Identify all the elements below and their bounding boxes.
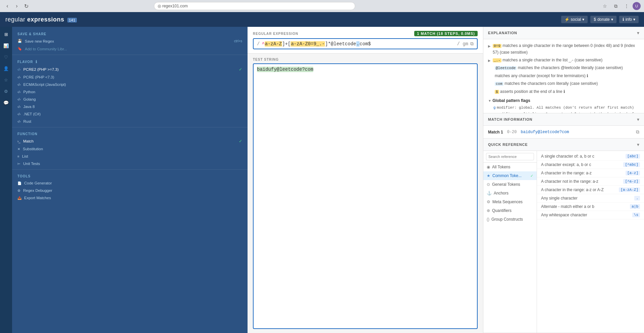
exp-token-3: @leetcode [495, 66, 517, 70]
reload-button[interactable]: ↻ [22, 2, 30, 10]
qr-token-4[interactable]: A character not in the range: a-z [^a-z] [537, 177, 644, 186]
extensions-button[interactable]: ⧉ [611, 1, 621, 11]
flavor-ecma-icon: ‹/› [17, 83, 20, 87]
exp-item-6: $ asserts position at the end of a line … [488, 88, 639, 96]
sidebar-icon-heart[interactable]: ♡ [1, 52, 11, 62]
bookmark-button[interactable]: ☆ [600, 1, 610, 11]
flavor-rust-icon: ‹/› [17, 120, 20, 123]
flavor-dotnet[interactable]: ‹/› .NET (C#) [12, 110, 248, 118]
flavor-pcre2[interactable]: ‹/› PCRE2 (PHP >=7.3) ✓ [12, 65, 248, 73]
info-button[interactable]: ℹ info ▾ [619, 16, 639, 23]
social-button[interactable]: ⚡ social ▾ [561, 16, 588, 23]
qr-token-5[interactable]: A character in the range: a-z or A-Z [a-… [537, 186, 644, 194]
explanation-header[interactable]: EXPLANATION ▾ [483, 27, 644, 39]
exp-item-1: ▶ 0=9 matches a single character in the … [488, 42, 639, 56]
sidebar-icon-chat[interactable]: 💬 [1, 98, 11, 107]
qr-token-8[interactable]: Any whitespace character \s [537, 211, 644, 219]
quick-ref-toggle-icon: ▾ [637, 142, 639, 147]
tool-export[interactable]: 📤 Export Matches [12, 194, 248, 202]
sidebar-icon-chart[interactable]: 📊 [1, 41, 11, 50]
qr-token-1[interactable]: A single character of: a, b or c [abc] [537, 152, 644, 161]
test-string-input[interactable]: baidufy@leetcode?com [253, 63, 478, 329]
flavor-pcre[interactable]: ‹/› PCRE (PHP <7.3) [12, 73, 248, 81]
exp-arrow-1[interactable]: ▶ [488, 44, 491, 49]
url-bar[interactable]: ◎ regex101.com [154, 2, 355, 10]
unit-tests-icon: ⊢ [17, 162, 20, 166]
browser-actions: ☆ ⧉ ⋮ U [600, 1, 641, 11]
all-tokens-icon: ◉ [487, 165, 490, 169]
qr-categories: ◉ All Tokens ★ Common Toke... ✓ ⊙ Genera… [483, 151, 537, 333]
flavor-title: FLAVOR ℹ [17, 60, 242, 64]
copy-regex-button[interactable]: ⧉ [470, 41, 474, 47]
donate-button[interactable]: $ donate ▾ [590, 16, 616, 23]
qr-cat-general[interactable]: ⊙ General Tokens [483, 180, 537, 189]
qr-cat-quantifiers[interactable]: ⊕ Quantifiers [483, 206, 537, 215]
match-range: 0-20 [507, 130, 517, 134]
sidebar-icon-code[interactable]: ⊞ [1, 30, 11, 39]
qr-token-6[interactable]: Any single character . [537, 194, 644, 203]
tool-code-gen[interactable]: 📄 Code Generator [12, 179, 248, 187]
exp-section-flags: ▼ Global pattern flags [488, 98, 639, 104]
exp-flag-g: g modifier: global. All matches (don't r… [488, 104, 639, 111]
exp-flags-arrow[interactable]: ▼ [488, 99, 491, 103]
flavor-java-icon: ‹/› [17, 105, 20, 109]
qr-cat-anchors[interactable]: ⚓ Anchors [483, 189, 537, 198]
favicon-icon: ◎ [158, 4, 161, 8]
main-layout: ⊞ 📊 ♡ 👤 ☆ ⚙ 💬 SAVE & SHARE 💾 Save new Re… [0, 27, 644, 333]
function-match-check: ✓ [239, 139, 242, 144]
match-info-header[interactable]: MATCH INFORMATION ▾ [483, 113, 644, 126]
regex-flags: / gm [457, 41, 468, 47]
function-match[interactable]: ›_ Match ✓ [12, 137, 248, 145]
add-library-item[interactable]: 🔖 Add to Community Libr... [12, 45, 248, 53]
exp-token-2: _.- [493, 58, 501, 62]
flavor-pcre2-check: ✓ [239, 67, 242, 72]
function-list[interactable]: ≡ List [12, 153, 248, 160]
tool-debugger[interactable]: ⚙ Regex Debugger [12, 187, 248, 194]
delimiter-start: / [257, 41, 260, 47]
flavor-info-icon[interactable]: ℹ [36, 60, 37, 64]
sidebar-icon-star[interactable]: ☆ [1, 75, 11, 85]
flavor-rust[interactable]: ‹/› Rust [12, 118, 248, 125]
regex-input-container[interactable]: / ^a-zA-Z]+[a-zA-Z0=9_.-]*@leetcode.com$… [253, 38, 478, 49]
dollar-icon: $ [594, 17, 596, 22]
qr-cat-groups[interactable]: () Group Constructs [483, 215, 537, 224]
logo-expressions: expressions [27, 16, 64, 23]
sub-icon: ✕ [17, 147, 20, 151]
match-copy-button[interactable]: ⧉ [636, 129, 639, 135]
match-info-section: MATCH INFORMATION ▾ Match 1 0-20 baidufy… [483, 113, 644, 138]
social-icon: ⚡ [565, 17, 570, 22]
flavor-code-icon: ‹/› [17, 68, 20, 71]
tools-title: TOOLS [17, 174, 242, 178]
meta-sequences-icon: ⚙ [487, 200, 490, 204]
save-share-title: SAVE & SHARE [17, 32, 242, 36]
match-highlight: baidufy@leetcode?com [257, 67, 313, 72]
function-substitution[interactable]: ✕ Substitution [12, 145, 248, 153]
back-button[interactable]: ‹ [3, 2, 11, 10]
qr-search-input[interactable] [486, 153, 534, 160]
sidebar-icon-settings[interactable]: ⚙ [1, 87, 11, 96]
menu-button[interactable]: ⋮ [622, 1, 631, 11]
divider-3 [12, 169, 248, 170]
exp-arrow-2[interactable]: ▶ [488, 58, 491, 63]
qr-token-2[interactable]: A character except: a, b or c [^abc] [537, 161, 644, 169]
match-info-toggle-icon: ▾ [637, 117, 639, 122]
flavor-python[interactable]: ‹/› Python [12, 88, 248, 96]
sidebar-icon-user[interactable]: 👤 [1, 64, 11, 73]
save-regex-item[interactable]: 💾 Save new Regex ctrl+s [12, 37, 248, 45]
browser-nav[interactable]: ‹ › ↻ [3, 2, 30, 10]
qr-token-3[interactable]: A character in the range: a-z [a-z] [537, 169, 644, 177]
flavor-java[interactable]: ‹/› Java 8 [12, 103, 248, 110]
header-actions: ⚡ social ▾ $ donate ▾ ℹ info ▾ [561, 16, 639, 23]
flavor-golang[interactable]: ‹/› Golang [12, 96, 248, 103]
regex-content[interactable]: ^a-zA-Z]+[a-zA-Z0=9_.-]*@leetcode.com$ [262, 41, 371, 47]
test-label: TEST STRING [253, 58, 478, 61]
forward-button[interactable]: › [13, 2, 21, 10]
quick-ref-section: QUICK REFERENCE ▾ ◉ All Tokens [483, 138, 644, 333]
qr-token-7[interactable]: Alternate - match either a or b a|b [537, 203, 644, 211]
function-unit-tests[interactable]: ⊢ Unit Tests [12, 160, 248, 167]
flavor-ecma[interactable]: ‹/› ECMAScript (JavaScript) [12, 81, 248, 88]
qr-cat-all[interactable]: ◉ All Tokens [483, 163, 537, 171]
qr-cat-meta[interactable]: ⚙ Meta Sequences [483, 198, 537, 206]
qr-cat-common[interactable]: ★ Common Toke... ✓ [483, 171, 537, 180]
quick-ref-header[interactable]: QUICK REFERENCE ▾ [483, 138, 644, 151]
